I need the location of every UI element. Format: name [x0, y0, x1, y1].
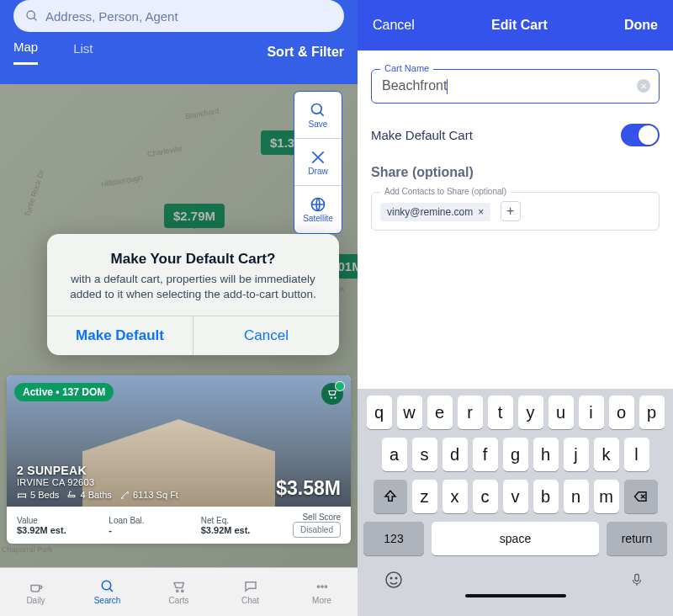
key-c[interactable]: c: [473, 480, 498, 513]
cancel-button[interactable]: Cancel: [193, 316, 339, 355]
make-default-button[interactable]: Make Default: [47, 316, 193, 355]
cart-name-legend: Cart Name: [380, 63, 433, 73]
nav-chat[interactable]: Chat: [215, 568, 286, 616]
key-h[interactable]: h: [533, 438, 559, 471]
key-m[interactable]: m: [594, 480, 619, 513]
chat-icon: [241, 579, 260, 594]
key-o[interactable]: o: [609, 396, 634, 429]
search-icon: [98, 579, 117, 594]
key-b[interactable]: b: [533, 480, 559, 513]
cart-name-field[interactable]: Cart Name Beachfront ✕: [371, 69, 660, 104]
search-placeholder: Address, Person, Agent: [45, 9, 178, 24]
map-controls: Save Draw Satellite: [294, 91, 342, 234]
svg-point-13: [386, 572, 401, 587]
property-card[interactable]: Active • 137 DOM 2 SUNPEAK IRVINE CA 926…: [7, 375, 351, 544]
add-contact-button[interactable]: +: [501, 201, 521, 221]
key-a[interactable]: a: [382, 438, 407, 471]
svg-point-12: [325, 586, 326, 587]
key-d[interactable]: d: [442, 438, 468, 471]
svg-point-6: [102, 581, 111, 590]
default-cart-dialog: Make Your Default Cart? with a default c…: [47, 234, 339, 355]
status-badge: Active • 137 DOM: [14, 383, 114, 401]
key-y[interactable]: y: [518, 396, 543, 429]
key-l[interactable]: l: [624, 438, 649, 471]
key-k[interactable]: k: [594, 438, 619, 471]
key-w[interactable]: w: [397, 396, 422, 429]
key-z[interactable]: z: [412, 480, 437, 513]
stat-value: -: [109, 525, 200, 535]
bath-icon: [66, 490, 77, 500]
space-key[interactable]: space: [432, 522, 599, 555]
map-control-label: Save: [309, 119, 328, 129]
stat-label: Net Eq.: [201, 516, 293, 525]
property-address-line1: 2 SUNPEAK: [17, 464, 178, 477]
svg-rect-5: [19, 494, 26, 497]
stat-value: $3.92M est.: [17, 525, 109, 535]
map-control-label: Draw: [308, 167, 327, 176]
return-key[interactable]: return: [607, 522, 667, 555]
emoji-key[interactable]: [383, 569, 405, 591]
nav-daily[interactable]: Daily: [0, 568, 72, 616]
shift-key[interactable]: [374, 480, 407, 513]
top-header: Address, Person, Agent Map List Sort & F…: [0, 0, 358, 84]
key-f[interactable]: f: [473, 438, 498, 471]
sqft-icon: [119, 490, 130, 500]
sort-filter-button[interactable]: Sort & Filter: [267, 45, 344, 60]
tab-map[interactable]: Map: [13, 40, 38, 65]
view-tabs: Map List Sort & Filter: [13, 32, 344, 72]
key-n[interactable]: n: [564, 480, 589, 513]
svg-line-3: [321, 112, 324, 115]
contacts-legend: Add Contacts to Share (optional): [380, 187, 511, 196]
remove-contact-button[interactable]: ×: [478, 206, 484, 218]
add-to-cart-button[interactable]: [321, 383, 343, 405]
nav-more[interactable]: More: [286, 568, 358, 616]
key-r[interactable]: r: [458, 396, 483, 429]
key-e[interactable]: e: [427, 396, 453, 429]
dialog-title: Make Your Default Cart?: [66, 251, 321, 268]
clear-input-button[interactable]: ✕: [637, 79, 650, 93]
key-u[interactable]: u: [548, 396, 574, 429]
cart-icon: [170, 579, 188, 594]
key-p[interactable]: p: [639, 396, 665, 429]
share-heading: Share (optional): [371, 165, 660, 180]
svg-point-14: [390, 577, 392, 579]
svg-point-10: [317, 586, 319, 587]
numbers-key[interactable]: 123: [363, 522, 424, 555]
search-input[interactable]: Address, Person, Agent: [13, 0, 344, 32]
globe-icon: [310, 196, 326, 213]
key-g[interactable]: g: [503, 438, 528, 471]
nav-search[interactable]: Search: [72, 568, 143, 616]
map-control-draw[interactable]: Draw: [294, 139, 342, 186]
dictation-key[interactable]: [626, 569, 648, 591]
map-control-satellite[interactable]: Satellite: [294, 186, 342, 233]
property-features: 5 Beds 4 Baths 6113 Sq Ft: [17, 490, 178, 500]
key-j[interactable]: j: [564, 438, 589, 471]
make-default-label: Make Default Cart: [371, 128, 473, 142]
svg-point-0: [27, 11, 34, 19]
make-default-toggle[interactable]: [621, 124, 660, 146]
nav-carts[interactable]: Carts: [143, 568, 215, 616]
svg-point-9: [181, 590, 183, 592]
key-v[interactable]: v: [503, 480, 528, 513]
property-stats-bar: Value$3.92M est. Loan Bal.- Net Eq.$3.92…: [7, 507, 351, 544]
key-t[interactable]: t: [488, 396, 513, 429]
home-indicator: [465, 594, 566, 597]
cancel-button[interactable]: Cancel: [373, 18, 415, 33]
cart-name-input[interactable]: Beachfront: [382, 78, 447, 93]
key-i[interactable]: i: [579, 396, 604, 429]
stat-label: Sell Score: [293, 512, 341, 522]
key-s[interactable]: s: [412, 438, 437, 471]
search-icon: [310, 102, 326, 119]
share-contacts-field[interactable]: Add Contacts to Share (optional) vinky@r…: [371, 192, 660, 231]
done-button[interactable]: Done: [624, 18, 658, 33]
property-photo: Active • 137 DOM 2 SUNPEAK IRVINE CA 926…: [7, 375, 351, 507]
key-x[interactable]: x: [442, 480, 468, 513]
property-price: $3.58M: [276, 477, 341, 500]
sell-score-pill: Disabled: [293, 522, 341, 538]
key-q[interactable]: q: [367, 396, 392, 429]
tab-list[interactable]: List: [73, 41, 93, 64]
map-control-save[interactable]: Save: [294, 92, 342, 139]
backspace-key[interactable]: [624, 480, 658, 513]
check-icon: [335, 381, 345, 391]
edit-cart-header: Cancel Edit Cart Done: [358, 0, 673, 50]
